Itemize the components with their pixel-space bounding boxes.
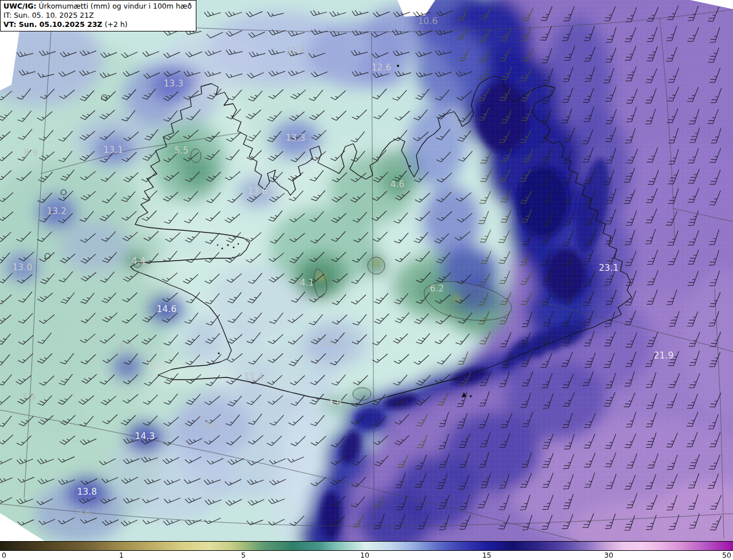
precip-value-label: 9.6 — [77, 508, 91, 518]
precip-value-label: 7.9 — [22, 392, 36, 403]
precip-value-label: 11.4 — [244, 372, 264, 382]
precip-value-label: 21.9 — [654, 350, 674, 361]
precip-value-label: 13.3 — [164, 78, 184, 89]
colorbar-tick-label: 10 — [360, 551, 369, 559]
precip-value-label: 13.1 — [147, 361, 167, 371]
product-code: UWC/IG: — [3, 2, 37, 10]
raster-texture — [0, 0, 733, 541]
glacier-hofsjokull — [368, 257, 385, 274]
title-line-product: UWC/IG: Úrkomumætti (mm) og vindur i 100… — [3, 2, 192, 11]
precip-value-label: 14.3 — [135, 431, 155, 441]
precip-value-label: 13.3 — [286, 133, 306, 143]
title-box: UWC/IG: Úrkomumætti (mm) og vindur i 100… — [0, 0, 196, 31]
precip-value-label: 12.6 — [372, 62, 392, 73]
precip-value-label: 11.4 — [286, 46, 306, 56]
precip-value-label: 10.6 — [418, 16, 438, 26]
precip-value-label: 12.1 — [322, 337, 342, 348]
precip-value-label: 6.2 — [430, 283, 444, 294]
colorbar-tick-label: 50 — [722, 551, 731, 559]
colorbar-gradient — [0, 541, 733, 551]
colorbar-tick-label: 5 — [241, 551, 246, 559]
weather-map-screen: 10.611.412.613.313.313.15.58.913.64.613.… — [0, 0, 733, 560]
colorbar-tick-label: 1 — [119, 551, 124, 559]
colorbar-ticks: 01510153050 — [0, 551, 733, 560]
map-svg: 10.611.412.613.313.313.15.58.913.64.613.… — [0, 0, 733, 541]
precip-value-label: 13.2 — [47, 206, 67, 216]
precip-value-label: 4.4 — [132, 256, 146, 266]
precip-value-label: 13.1 — [104, 145, 124, 155]
precip-value-label: 4.6 — [391, 179, 405, 190]
precip-value-label: 4.1 — [300, 278, 314, 288]
valid-time: VT: Sun. 05.10.2025 23Z — [3, 20, 103, 29]
precip-value-label: 5.5 — [175, 145, 189, 156]
precip-value-label: 8.9 — [24, 148, 38, 158]
precip-value-label: 14.6 — [157, 304, 177, 314]
precip-value-label: 13.6 — [248, 186, 268, 196]
title-line-init: IT: Sun. 05. 10. 2025 21Z — [3, 11, 192, 20]
precip-value-label: 13.0 — [13, 262, 33, 273]
title-line-valid: VT: Sun. 05.10.2025 23Z (+2 h) — [3, 20, 192, 29]
precip-value-label: 23.1 — [599, 263, 619, 273]
precip-colorbar: 01510153050 — [0, 541, 733, 560]
colorbar-tick-label: 30 — [604, 551, 613, 559]
precip-value-label: 13.8 — [77, 487, 97, 497]
glacier-drangajokull — [191, 149, 201, 163]
precip-value-label: 9.6 — [205, 420, 219, 431]
glacier-myrdalsjokull — [353, 388, 371, 400]
colorbar-tick-label: 15 — [482, 551, 491, 559]
colorbar-tick-label: 0 — [2, 551, 6, 559]
precip-value-label: 8.2 — [119, 342, 133, 352]
precip-value-label: 4.8 — [328, 398, 342, 408]
